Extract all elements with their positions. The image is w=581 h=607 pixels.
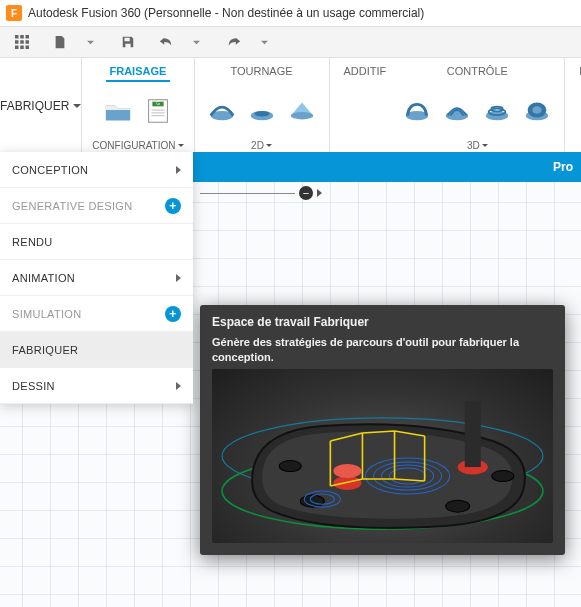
svg-point-26 (533, 106, 542, 114)
setup-folder-icon[interactable] (101, 94, 135, 128)
svg-rect-6 (15, 46, 19, 50)
ribbon-section-fraisage: FRAISAGE G CONFIGURATION (82, 58, 194, 153)
workspace-item-generative[interactable]: GENERATIVE DESIGN + (0, 188, 193, 224)
3d-strategy-icon[interactable] (400, 93, 434, 127)
3d-parallel-icon[interactable] (440, 93, 474, 127)
tooltip-title: Espace de travail Fabriquer (212, 315, 553, 329)
svg-point-34 (333, 464, 361, 478)
chevron-down-icon (178, 144, 184, 147)
svg-text:G: G (156, 101, 160, 106)
fusion-logo-icon: F (6, 5, 22, 21)
3d-radial-icon[interactable] (520, 93, 554, 127)
redo-history-caret-icon[interactable] (252, 30, 276, 54)
ribbon-sub-3d[interactable]: 3D (467, 140, 488, 151)
chevron-down-icon (482, 144, 488, 147)
svg-rect-4 (20, 40, 24, 44)
ribbon-tab-fraisage[interactable]: FRAISAGE (106, 62, 171, 82)
data-panel-button[interactable] (10, 30, 34, 54)
menu-item-label: DESSIN (12, 380, 55, 392)
ribbon-tab-additif[interactable]: ADDITIF (340, 62, 391, 80)
file-menu-button[interactable] (48, 30, 72, 54)
setup-sheet-icon[interactable]: G (141, 94, 175, 128)
ribbon-section-fabrication: FABRICAT (565, 58, 581, 153)
plus-badge-icon: + (165, 306, 181, 322)
chevron-down-icon (266, 144, 272, 147)
svg-point-17 (254, 111, 269, 117)
workspace-item-conception[interactable]: CONCEPTION (0, 152, 193, 188)
plus-badge-icon: + (165, 198, 181, 214)
menu-item-label: SIMULATION (12, 308, 81, 320)
svg-point-30 (446, 500, 470, 512)
svg-rect-8 (26, 46, 30, 50)
3d-spiral-icon[interactable] (480, 93, 514, 127)
workspace-item-animation[interactable]: ANIMATION (0, 260, 193, 296)
ribbon-tab-fabrication[interactable]: FABRICAT (575, 62, 581, 80)
workspace-item-simulation[interactable]: SIMULATION + (0, 296, 193, 332)
ribbon-section-controle: CONTRÔLE 3D (390, 58, 565, 153)
svg-rect-5 (26, 40, 30, 44)
chevron-right-icon (176, 274, 181, 282)
chevron-right-icon[interactable] (317, 189, 322, 197)
menu-item-label: RENDU (12, 236, 53, 248)
ribbon-sub-label: CONFIGURATION (92, 140, 175, 151)
svg-point-31 (492, 471, 514, 482)
minus-icon: − (303, 188, 309, 199)
workspace-switcher[interactable]: FABRIQUER (0, 58, 82, 153)
ribbon-tab-controle[interactable]: CONTRÔLE (443, 62, 512, 80)
file-menu-caret-icon[interactable] (78, 30, 102, 54)
window-titlebar: F Autodesk Fusion 360 (Personnelle - Non… (0, 0, 581, 27)
2d-face-icon[interactable] (285, 93, 319, 127)
ribbon-sub-label: 2D (251, 140, 264, 151)
chevron-down-icon (73, 104, 81, 108)
timeline-track (200, 193, 295, 194)
menu-item-label: GENERATIVE DESIGN (12, 200, 132, 212)
ribbon-toolbar: FABRIQUER FRAISAGE G CONFIGURATION TOURN… (0, 58, 581, 154)
menu-item-label: CONCEPTION (12, 164, 88, 176)
ribbon-section-additif: ADDITIF (330, 58, 391, 153)
ribbon-sub-label: 3D (467, 140, 480, 151)
workspace-menu: CONCEPTION GENERATIVE DESIGN + RENDU ANI… (0, 152, 193, 404)
timeline-collapse-button[interactable]: − (299, 186, 313, 200)
svg-rect-0 (15, 35, 19, 39)
redo-button[interactable] (222, 30, 246, 54)
ribbon-sub-configuration[interactable]: CONFIGURATION (92, 140, 183, 151)
undo-button[interactable] (154, 30, 178, 54)
tooltip-illustration (212, 369, 553, 543)
svg-rect-1 (20, 35, 24, 39)
svg-rect-36 (465, 401, 481, 467)
save-button[interactable] (116, 30, 140, 54)
2d-contour-icon[interactable] (245, 93, 279, 127)
chevron-right-icon (176, 166, 181, 174)
menu-item-label: ANIMATION (12, 272, 75, 284)
menu-item-label: FABRIQUER (12, 344, 78, 356)
chevron-right-icon (176, 382, 181, 390)
canvas-infobar-label: Pro (553, 160, 573, 174)
workspace-switcher-label: FABRIQUER (0, 99, 69, 113)
ribbon-section-tournage: TOURNAGE 2D (195, 58, 330, 153)
timeline-widget: − (200, 186, 322, 200)
2d-strategy-icon[interactable] (205, 93, 239, 127)
svg-rect-2 (26, 35, 30, 39)
workspace-item-rendu[interactable]: RENDU (0, 224, 193, 260)
ribbon-sub-2d[interactable]: 2D (251, 140, 272, 151)
undo-history-caret-icon[interactable] (184, 30, 208, 54)
workspace-item-fabriquer[interactable]: FABRIQUER (0, 332, 193, 368)
svg-rect-7 (20, 46, 24, 50)
svg-rect-3 (15, 40, 19, 44)
tooltip-body: Génère des stratégies de parcours d'outi… (212, 335, 553, 365)
window-title: Autodesk Fusion 360 (Personnelle - Non d… (28, 6, 424, 20)
workspace-tooltip: Espace de travail Fabriquer Génère des s… (200, 305, 565, 555)
ribbon-tab-tournage[interactable]: TOURNAGE (226, 62, 296, 80)
workspace-item-dessin[interactable]: DESSIN (0, 368, 193, 404)
quick-access-toolbar (0, 27, 581, 58)
svg-point-18 (290, 112, 313, 120)
svg-point-32 (279, 461, 301, 472)
